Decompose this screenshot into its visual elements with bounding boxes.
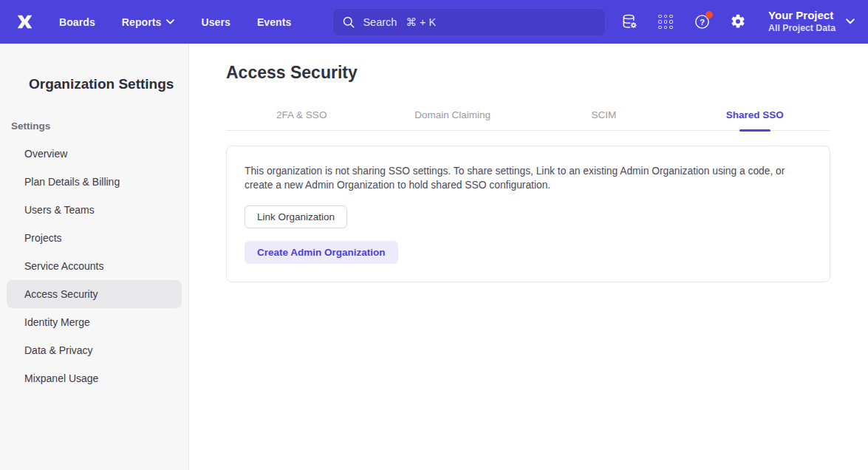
data-management-icon[interactable] [621, 13, 638, 30]
apps-grid-glyph [658, 15, 673, 30]
sidebar-item-identity-merge[interactable]: Identity Merge [7, 308, 182, 336]
nav-item-boards[interactable]: Boards [59, 16, 95, 28]
project-data-view: All Project Data [768, 23, 835, 34]
mixpanel-logo[interactable] [13, 11, 35, 33]
nav-item-label: Users [201, 16, 230, 28]
global-search [332, 8, 606, 36]
apps-grid-icon[interactable] [657, 13, 674, 30]
project-name: Your Project [768, 9, 835, 23]
nav-item-label: Events [257, 16, 292, 28]
create-admin-organization-button[interactable]: Create Admin Organization [245, 241, 398, 264]
sidebar-item-data-privacy[interactable]: Data & Privacy [7, 336, 182, 364]
sidebar-nav-list: Overview Plan Details & Billing Users & … [0, 140, 188, 392]
navbar-right-group: ? Your Project All Project Data [621, 9, 855, 34]
tab-scim[interactable]: SCIM [528, 109, 680, 130]
mixpanel-logo-icon [15, 12, 35, 32]
search-input[interactable] [332, 8, 606, 36]
access-security-tabs: 2FA & SSO Domain Claiming SCIM Shared SS… [226, 109, 830, 131]
sidebar-item-service-accounts[interactable]: Service Accounts [7, 252, 182, 280]
shared-sso-description: This organization is not sharing SSO set… [245, 164, 807, 192]
chevron-down-icon [846, 18, 855, 24]
svg-text:?: ? [700, 18, 705, 27]
sidebar-item-overview[interactable]: Overview [7, 140, 182, 168]
tab-domain-claiming[interactable]: Domain Claiming [377, 109, 529, 130]
tab-shared-sso[interactable]: Shared SSO [680, 109, 831, 130]
sidebar-item-users-teams[interactable]: Users & Teams [7, 196, 182, 224]
tab-2fa-sso[interactable]: 2FA & SSO [226, 109, 377, 130]
nav-item-users[interactable]: Users [201, 16, 230, 28]
chevron-down-icon [166, 19, 174, 24]
primary-nav: Boards Reports Users Events [59, 16, 291, 28]
settings-gear-icon[interactable] [729, 13, 747, 30]
nav-item-events[interactable]: Events [257, 16, 292, 28]
sidebar-section-label: Settings [11, 120, 188, 132]
notification-badge [705, 11, 713, 18]
sidebar-item-mixpanel-usage[interactable]: Mixpanel Usage [7, 364, 182, 392]
page-title: Access Security [226, 62, 830, 84]
org-settings-sidebar: Organization Settings Settings Overview … [0, 44, 189, 470]
sidebar-item-projects[interactable]: Projects [7, 224, 182, 252]
shared-sso-card: This organization is not sharing SSO set… [226, 146, 830, 282]
project-switcher[interactable]: Your Project All Project Data [768, 9, 855, 34]
top-navbar: Boards Reports Users Events [0, 0, 868, 44]
link-organization-button[interactable]: Link Organization [245, 205, 347, 228]
sidebar-title: Organization Settings [29, 76, 188, 92]
page-body: Organization Settings Settings Overview … [0, 44, 868, 470]
nav-item-reports[interactable]: Reports [122, 16, 175, 28]
sidebar-item-access-security[interactable]: Access Security [7, 280, 182, 308]
main-content: Access Security 2FA & SSO Domain Claimin… [189, 44, 868, 470]
help-icon[interactable]: ? [693, 13, 711, 30]
project-switcher-texts: Your Project All Project Data [768, 9, 835, 34]
sidebar-item-plan-details-billing[interactable]: Plan Details & Billing [7, 168, 182, 196]
nav-item-label: Boards [59, 16, 95, 28]
nav-item-label: Reports [122, 16, 162, 28]
